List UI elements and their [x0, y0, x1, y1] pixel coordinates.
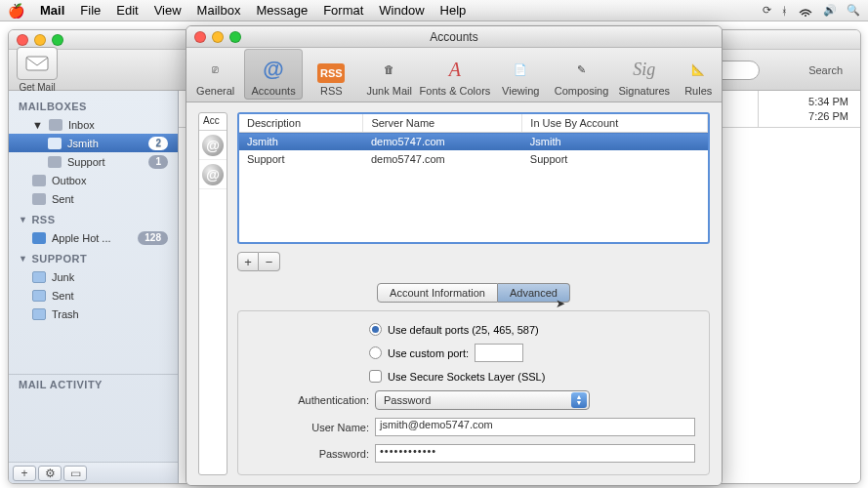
menu-help[interactable]: Help — [440, 3, 467, 18]
label-custom-port: Use custom port: — [388, 347, 469, 359]
sidebar-item-inbox[interactable]: ▼Inbox — [9, 115, 178, 134]
spotlight-icon[interactable]: 🔍 — [847, 4, 860, 17]
signatures-icon: Sig — [630, 56, 659, 83]
username-field[interactable]: jsmith@demo5747.com — [375, 418, 695, 436]
menu-mailbox[interactable]: Mailbox — [197, 3, 241, 18]
radio-default-ports[interactable] — [369, 323, 382, 336]
add-mailbox-button[interactable]: + — [13, 466, 36, 481]
prefs-titlebar[interactable]: Accounts — [186, 26, 722, 48]
toolbar-viewing[interactable]: 📄Viewing — [492, 49, 550, 100]
account-item-2[interactable]: @ — [199, 160, 227, 189]
label-default-ports: Use default ports (25, 465, 587) — [388, 324, 539, 336]
accounts-list-header: Acc — [199, 113, 227, 131]
sidebar-item-junk[interactable]: Junk — [9, 267, 178, 286]
sidebar-section-rss[interactable]: ▼RSS — [9, 208, 178, 228]
prefs-title: Accounts — [430, 30, 477, 44]
sidebar-item-jsmith[interactable]: Jsmith2 — [9, 134, 178, 152]
server-row-jsmith[interactable]: Jsmith demo5747.com Jsmith — [239, 133, 708, 151]
menu-edit[interactable]: Edit — [116, 3, 138, 18]
menu-message[interactable]: Message — [256, 3, 308, 18]
radio-custom-port[interactable] — [369, 346, 382, 359]
system-menubar: 🍎 Mail File Edit View Mailbox Message Fo… — [0, 0, 868, 21]
label-ssl: Use Secure Sockets Layer (SSL) — [388, 371, 545, 383]
show-activity-button[interactable]: ▭ — [63, 466, 87, 481]
toolbar-composing[interactable]: ✎Composing — [550, 49, 613, 100]
junk-icon: 🗑 — [375, 56, 404, 83]
mail-activity-panel: MAIL ACTIVITY — [9, 374, 178, 462]
account-at-icon: @ — [202, 135, 224, 156]
server-add-remove: + − — [237, 252, 710, 271]
toolbar-fonts[interactable]: AFonts & Colors — [418, 49, 491, 100]
sidebar: MAILBOXES ▼Inbox Jsmith2 Support1 Outbox… — [9, 91, 179, 483]
menu-view[interactable]: View — [154, 3, 182, 18]
password-field[interactable]: •••••••••••• — [375, 444, 695, 463]
sidebar-bottom-bar: + ⚙ ▭ — [9, 462, 178, 483]
toolbar-signatures[interactable]: SigSignatures — [613, 49, 675, 100]
toolbar-junk[interactable]: 🗑Junk Mail — [360, 49, 418, 100]
rss-icon: RSS — [317, 63, 345, 83]
col-description[interactable]: Description — [239, 114, 363, 133]
viewing-icon: 📄 — [506, 56, 535, 83]
composing-icon: ✎ — [567, 56, 597, 83]
menu-format[interactable]: Format — [323, 3, 363, 18]
message-time-2: 7:26 PM — [808, 110, 848, 122]
sync-icon[interactable]: ⟳ — [763, 4, 771, 17]
label-username: User Name: — [252, 422, 369, 433]
get-mail-button[interactable] — [17, 47, 58, 80]
col-server-name[interactable]: Server Name — [363, 114, 522, 133]
message-time-1: 5:34 PM — [808, 96, 848, 107]
toolbar-rss[interactable]: RSSRSS — [303, 49, 360, 100]
close-button[interactable] — [17, 34, 28, 46]
search-label: Search — [808, 64, 843, 76]
svg-rect-1 — [26, 57, 48, 70]
col-in-use[interactable]: In Use By Account — [522, 114, 708, 133]
authentication-select[interactable]: Password ▲▼ — [375, 390, 590, 410]
menu-window[interactable]: Window — [379, 3, 424, 18]
toolbar-general[interactable]: ⎚General — [186, 49, 244, 100]
menu-app[interactable]: Mail — [40, 3, 64, 18]
tab-advanced[interactable]: Advanced ➤ — [498, 283, 570, 303]
sidebar-item-apple-hot[interactable]: Apple Hot ...128 — [9, 228, 178, 247]
volume-icon[interactable]: 🔊 — [823, 4, 837, 17]
account-item-1[interactable]: @ — [199, 131, 227, 160]
add-server-button[interactable]: + — [237, 252, 259, 271]
prefs-toolbar: ⎚General @Accounts RSSRSS 🗑Junk Mail AFo… — [186, 48, 722, 102]
svg-point-0 — [805, 15, 806, 17]
sidebar-item-support[interactable]: Support1 — [9, 152, 178, 171]
sidebar-section-mailboxes[interactable]: MAILBOXES — [9, 95, 178, 115]
toolbar-rules[interactable]: 📐Rules — [675, 49, 721, 100]
envelope-icon — [25, 55, 49, 72]
zoom-button[interactable] — [52, 34, 63, 46]
custom-port-field[interactable] — [475, 344, 523, 362]
minimize-button[interactable] — [34, 34, 46, 46]
settings-tabs: Account Information Advanced ➤ — [237, 283, 710, 303]
sidebar-section-support[interactable]: ▼SUPPORT — [9, 247, 178, 267]
label-password: Password: — [252, 448, 369, 460]
menubar-status-area: ⟳ ᚼ 🔊 🔍 — [763, 4, 860, 17]
sidebar-item-sent-folder[interactable]: Sent — [9, 286, 178, 305]
smtp-server-table[interactable]: Description Server Name In Use By Accoun… — [237, 112, 710, 244]
fonts-icon: A — [440, 56, 470, 83]
prefs-minimize-button[interactable] — [212, 31, 224, 43]
toolbar-accounts[interactable]: @Accounts — [244, 49, 302, 100]
bluetooth-icon[interactable]: ᚼ — [781, 5, 788, 17]
remove-server-button[interactable]: − — [259, 252, 280, 271]
prefs-close-button[interactable] — [194, 31, 206, 43]
server-row-support[interactable]: Support demo5747.com Support — [239, 150, 708, 168]
prefs-zoom-button[interactable] — [229, 31, 241, 43]
apple-menu-icon[interactable]: 🍎 — [8, 3, 24, 19]
account-at-icon: @ — [202, 164, 224, 185]
sidebar-item-trash[interactable]: Trash — [9, 305, 178, 323]
wifi-icon[interactable] — [798, 5, 813, 17]
accounts-source-list[interactable]: Acc @ @ — [198, 112, 227, 475]
action-menu-button[interactable]: ⚙ — [38, 466, 62, 481]
menu-file[interactable]: File — [80, 3, 101, 18]
at-icon: @ — [259, 56, 288, 83]
general-icon: ⎚ — [201, 56, 230, 83]
checkbox-ssl[interactable] — [369, 370, 382, 383]
mouse-cursor-icon: ➤ — [556, 297, 565, 310]
sidebar-item-sent[interactable]: Sent — [9, 189, 178, 208]
sidebar-item-outbox[interactable]: Outbox — [9, 171, 178, 189]
rules-icon: 📐 — [683, 56, 713, 83]
tab-account-information[interactable]: Account Information — [377, 283, 498, 303]
